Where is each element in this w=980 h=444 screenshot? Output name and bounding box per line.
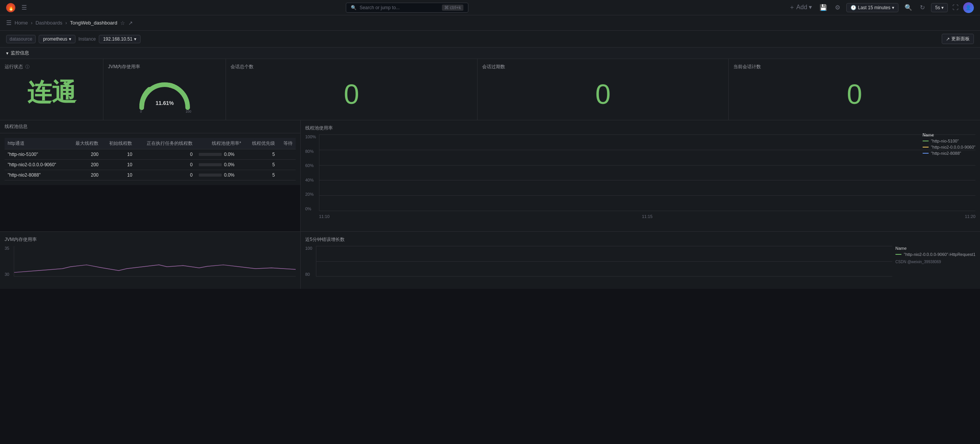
cell-wait	[278, 170, 296, 180]
save-button[interactable]: 💾	[818, 2, 829, 13]
zoom-out-button[interactable]: 🔍	[903, 2, 914, 13]
panel-jvm-memory: JVM内存使用率 11.61% 0 100	[103, 59, 226, 120]
chevron-down-icon: ▾	[134, 36, 136, 42]
session-total-value: 0	[231, 73, 473, 115]
col-priority: 线程优先级	[244, 138, 278, 149]
chevron-down-icon: ▾	[941, 5, 944, 10]
top-panels-row: 运行状态 ⓘ 连通 JVM内存使用率	[0, 59, 980, 120]
filter-bar: datasource prometheus ▾ Instance 192.168…	[0, 31, 980, 48]
search-bar[interactable]: 🔍 Search or jump to... ⌘ ctrl+k	[346, 3, 468, 13]
fullscreen-button[interactable]: ⛶	[952, 4, 959, 11]
external-link-icon: ↗	[946, 36, 950, 42]
cell-init-threads: 10	[101, 170, 135, 180]
breadcrumb-sep1: ›	[31, 20, 33, 26]
session-current-value: 0	[733, 73, 975, 115]
cell-wait	[278, 149, 296, 160]
thread-section-title: 线程池信息	[0, 120, 300, 133]
cell-http-channel: "http-nio2-8088"	[5, 170, 68, 180]
error-chart-footer: CSDN @weixin_39938069	[895, 260, 975, 264]
grid-line-20	[319, 195, 975, 196]
col-max-threads: 最大线程数	[68, 138, 101, 149]
chart-grid	[319, 134, 975, 211]
cell-http-channel: "http-nio-5100"	[5, 149, 68, 160]
breadcrumb-home[interactable]: Home	[15, 20, 28, 26]
hamburger-menu[interactable]: ☰	[21, 4, 27, 11]
collapse-icon: ▾	[6, 51, 8, 56]
cell-priority: 5	[244, 149, 278, 160]
chart-x-labels: 11:10 11:15 11:20	[319, 214, 975, 219]
svg-text:100: 100	[185, 110, 191, 113]
instance-select[interactable]: 192.168.10.51 ▾	[99, 35, 141, 43]
refresh-button[interactable]: ↻	[918, 2, 926, 13]
error-legend-item-1: "http-nio2-0.0.0.0-9060"-HttpRequest1	[895, 252, 975, 257]
grid-line-60	[319, 165, 975, 165]
error-chart-title: 近5分钟错误增长数	[305, 236, 975, 243]
col-init-threads: 初始线程数	[101, 138, 135, 149]
col-active-threads: 正在执行任务的线程数	[135, 138, 196, 149]
cell-max-threads: 200	[68, 170, 101, 180]
jvm-y-min: 30	[5, 272, 14, 277]
cell-http-channel: "http-nio2-0.0.0.0-9060"	[5, 160, 68, 170]
top-nav: 🔥 ☰ 🔍 Search or jump to... ⌘ ctrl+k ＋ Ad…	[0, 0, 980, 15]
sidebar-toggle[interactable]: ☰	[6, 19, 11, 26]
breadcrumb-bar: ☰ Home › Dashboards › TongWeb_dashboard …	[0, 15, 980, 31]
grafana-logo[interactable]: 🔥	[6, 3, 15, 12]
breadcrumb-current: TongWeb_dashboard	[70, 20, 117, 26]
jvm-chart-grid	[14, 246, 296, 277]
thread-pool-chart-panel: 线程池使用率 Name "http-nio-5100" "http-nio2-0…	[301, 120, 980, 231]
cell-max-threads: 200	[68, 149, 101, 160]
thread-pool-section: 线程池信息 http通道 最大线程数 初始线程数 正在执行任务的线程数 线程池使…	[0, 120, 301, 231]
panel-session-current: 当前会话计数 0	[729, 59, 980, 120]
plus-icon: ＋	[789, 4, 795, 10]
thread-pool-chart-section: 线程池使用率 Name "http-nio-5100" "http-nio2-0…	[301, 120, 980, 231]
session-expired-value: 0	[482, 73, 724, 115]
clock-icon: 🕐	[851, 5, 856, 10]
thread-pool-table: http通道 最大线程数 初始线程数 正在执行任务的线程数 线程池使用率* 线程…	[5, 138, 296, 180]
settings-button[interactable]: ⚙	[833, 2, 842, 13]
time-range-button[interactable]: 🕐 Last 15 minutes ▾	[846, 3, 898, 12]
add-panel-button[interactable]: ＋ Add ▾	[787, 2, 813, 13]
refresh-interval-label: 5s	[935, 5, 940, 10]
nav-left: 🔥 ☰	[6, 3, 27, 12]
bottom-row: JVM内存使用率 35 30 近5分钟错误增长数	[0, 232, 980, 289]
cell-active-threads: 0	[135, 170, 196, 180]
cell-wait	[278, 160, 296, 170]
section-header-monitor[interactable]: ▾ 监控信息	[0, 48, 980, 59]
star-button[interactable]: ☆	[120, 20, 125, 26]
error-legend-title: Name	[895, 246, 975, 251]
cell-usage-rate: 0.0%	[196, 160, 244, 170]
search-shortcut-text: ctrl+k	[450, 5, 461, 10]
info-icon[interactable]: ⓘ	[25, 64, 29, 70]
session-total-title: 会话总个数	[231, 64, 254, 70]
share-button[interactable]: ↗	[128, 20, 133, 26]
jvm-chart-title: JVM内存使用率	[5, 236, 296, 243]
section-title: 监控信息	[11, 50, 29, 56]
thread-table-wrapper: http通道 最大线程数 初始线程数 正在执行任务的线程数 线程池使用率* 线程…	[0, 133, 300, 185]
run-status-title: 运行状态	[5, 64, 23, 70]
refresh-interval-button[interactable]: 5s ▾	[931, 3, 948, 12]
error-chart-content: 100 80 Name "http-nio2-0.0.0.0-9060"-Htt…	[305, 246, 975, 284]
col-usage-rate: 线程池使用率*	[196, 138, 244, 149]
user-avatar[interactable]: 👤	[963, 2, 974, 13]
instance-label: Instance	[79, 36, 96, 42]
panel-title-run-status: 运行状态 ⓘ	[5, 64, 98, 70]
error-chart-area: 100 80	[305, 246, 892, 284]
update-panel-button[interactable]: ↗ 更新面板	[942, 34, 974, 44]
breadcrumb-dashboards[interactable]: Dashboards	[36, 20, 62, 26]
jvm-y-labels: 35 30	[5, 246, 14, 277]
panel-run-status: 运行状态 ⓘ 连通	[0, 59, 103, 120]
jvm-sparkline	[14, 246, 296, 276]
panel-title-session-expired: 会话过期数	[482, 64, 724, 70]
cell-init-threads: 10	[101, 160, 135, 170]
nav-right: ＋ Add ▾ 💾 ⚙ 🕐 Last 15 minutes ▾ 🔍 ↻ 5s ▾…	[787, 2, 974, 13]
datasource-select[interactable]: prometheus ▾	[39, 35, 75, 43]
col-wait: 等待	[278, 138, 296, 149]
jvm-chart-area: 35 30	[5, 246, 296, 284]
chart-y-labels: 100% 80% 60% 40% 20% 0%	[305, 134, 319, 211]
jvm-memory-title: JVM内存使用率	[108, 64, 140, 70]
search-shortcut-icon: ⌘	[444, 5, 449, 10]
run-status-value: 连通	[5, 73, 98, 111]
search-shortcut: ⌘ ctrl+k	[442, 5, 463, 11]
error-chart-legend: Name "http-nio2-0.0.0.0-9060"-HttpReques…	[895, 246, 975, 264]
jvm-y-max: 35	[5, 246, 14, 251]
